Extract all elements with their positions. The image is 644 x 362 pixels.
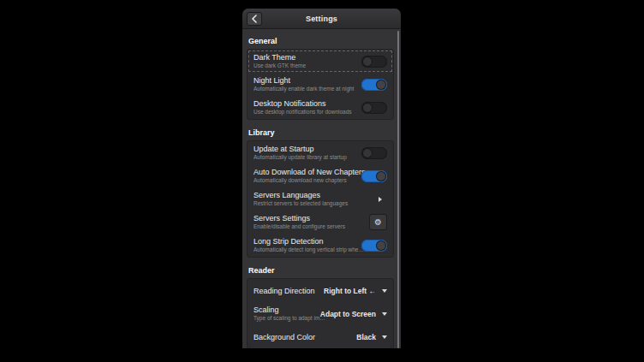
back-button[interactable] <box>247 12 262 26</box>
setting-title: Servers Languages <box>253 191 348 199</box>
setting-title: Dark Theme <box>253 53 306 62</box>
section-header-library: Library <box>248 128 394 137</box>
section-header-reader: Reader <box>248 266 394 275</box>
setting-subtitle: Automatically update library at startup <box>253 154 347 161</box>
setting-subtitle: Enable/disable and configure servers <box>253 223 345 230</box>
chevron-right-icon <box>379 197 382 202</box>
setting-row-night-light[interactable]: Night Light Automatically enable dark th… <box>247 73 393 96</box>
dropdown-value: Black <box>356 333 376 341</box>
setting-subtitle: Automatically detect long vertical strip… <box>253 246 361 253</box>
dropdown-value: Adapt to Screen <box>320 310 376 318</box>
setting-row-background-color[interactable]: Background Color Black <box>247 325 393 348</box>
switch-knob <box>376 240 386 251</box>
reading-direction-dropdown[interactable]: Right to Left ← <box>324 287 387 295</box>
setting-title: Servers Settings <box>253 214 345 223</box>
switch-knob <box>376 171 386 181</box>
setting-row-servers-languages[interactable]: Servers Languages Restrict servers to se… <box>247 187 393 211</box>
switch-knob <box>376 80 386 90</box>
setting-title: Scaling <box>253 306 320 314</box>
setting-subtitle: Restrict servers to selected languages <box>253 200 348 207</box>
setting-title: Long Strip Detection <box>253 237 361 246</box>
setting-row-servers-settings[interactable]: Servers Settings Enable/disable and conf… <box>247 211 393 234</box>
section-header-general: General <box>248 37 394 45</box>
update-at-startup-switch[interactable] <box>361 147 387 159</box>
setting-subtitle: Automatically enable dark theme at night <box>253 86 354 92</box>
scaling-dropdown[interactable]: Adapt to Screen <box>320 310 387 318</box>
setting-title: Night Light <box>253 76 354 85</box>
switch-knob <box>362 103 373 113</box>
setting-subtitle: Type of scaling to adapt im… <box>253 315 320 322</box>
setting-title: Desktop Notifications <box>253 99 352 108</box>
chevron-down-icon <box>382 312 387 316</box>
setting-title: Reading Direction <box>253 287 315 295</box>
background-color-dropdown[interactable]: Black <box>356 333 387 341</box>
dropdown-value: Right to Left ← <box>324 287 376 295</box>
setting-subtitle: Use dark GTK theme <box>253 62 306 69</box>
setting-title: Auto Download of New Chapters <box>253 168 361 176</box>
chevron-down-icon <box>382 335 387 339</box>
dark-theme-switch[interactable] <box>361 56 387 68</box>
reader-card: Reading Direction Right to Left ← Scalin… <box>247 278 394 348</box>
setting-row-scaling[interactable]: Scaling Type of scaling to adapt im… Ada… <box>247 302 393 325</box>
desktop-notifications-switch[interactable] <box>361 102 387 114</box>
setting-subtitle: Automatically download new chapters <box>253 177 361 184</box>
header-bar: Settings <box>242 9 401 29</box>
desktop-background: Settings General Dark Theme Use dark GTK… <box>0 0 644 362</box>
switch-knob <box>362 148 373 158</box>
setting-title: Background Color <box>253 333 315 341</box>
gear-icon: ⚙ <box>374 218 382 227</box>
setting-row-auto-download[interactable]: Auto Download of New Chapters Automatica… <box>247 164 393 187</box>
setting-row-dark-theme[interactable]: Dark Theme Use dark GTK theme <box>247 50 393 73</box>
library-card: Update at Startup Automatically update l… <box>247 140 394 258</box>
scrollbar[interactable] <box>397 31 399 348</box>
window-title: Settings <box>306 15 337 23</box>
setting-row-long-strip-detection[interactable]: Long Strip Detection Automatically detec… <box>247 234 393 257</box>
switch-knob <box>362 56 373 67</box>
servers-settings-button[interactable]: ⚙ <box>369 214 387 230</box>
night-light-switch[interactable] <box>361 79 387 91</box>
settings-content: General Dark Theme Use dark GTK theme Ni… <box>242 29 401 348</box>
auto-download-switch[interactable] <box>361 170 387 182</box>
setting-row-desktop-notifications[interactable]: Desktop Notifications Use desktop notifi… <box>247 96 393 119</box>
setting-title: Update at Startup <box>253 145 347 153</box>
long-strip-detection-switch[interactable] <box>361 240 387 252</box>
general-card: Dark Theme Use dark GTK theme Night Ligh… <box>247 49 394 120</box>
chevron-down-icon <box>382 289 387 293</box>
chevron-left-icon <box>251 15 258 23</box>
setting-subtitle: Use desktop notifications for downloads <box>253 109 352 116</box>
setting-row-update-at-startup[interactable]: Update at Startup Automatically update l… <box>247 141 393 164</box>
setting-row-reading-direction[interactable]: Reading Direction Right to Left ← <box>247 279 393 302</box>
settings-window: Settings General Dark Theme Use dark GTK… <box>242 9 401 348</box>
